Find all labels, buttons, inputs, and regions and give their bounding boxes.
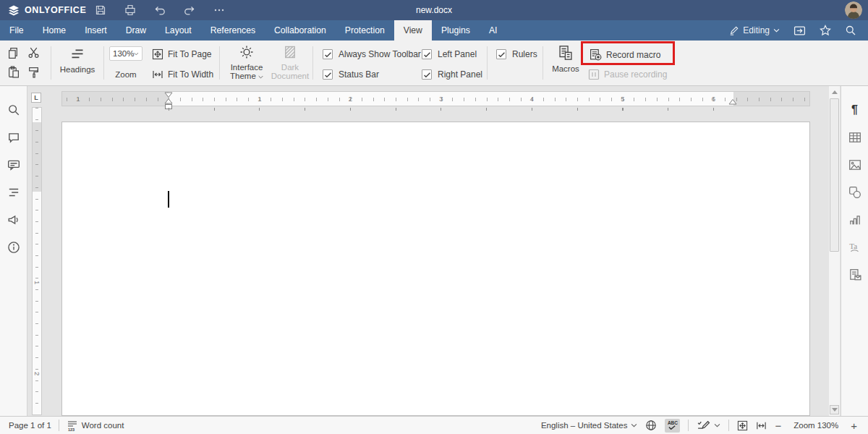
track-changes-button[interactable] <box>697 420 720 432</box>
always-show-toolbar-checkbox[interactable]: Always Show Toolbar <box>323 49 421 59</box>
copy-style-icon[interactable] <box>27 66 40 78</box>
tab-collaboration[interactable]: Collaboration <box>265 20 336 41</box>
save-icon[interactable] <box>95 4 106 16</box>
fit-to-width-button[interactable]: Fit To Width <box>152 69 213 80</box>
brand-name: ONLYOFFICE <box>25 5 86 15</box>
undo-icon[interactable] <box>154 4 166 16</box>
tab-draw[interactable]: Draw <box>116 20 156 41</box>
print-icon[interactable] <box>124 4 136 16</box>
more-actions-icon[interactable] <box>213 4 225 16</box>
copy-icon[interactable] <box>7 47 20 59</box>
view-tab-toolbar: Headings 130% Zoom Fit To Page Fit To <box>0 41 868 86</box>
fit-to-page-button[interactable]: Fit To Page <box>152 48 211 60</box>
pause-recording-button[interactable]: Pause recording <box>588 69 667 80</box>
editing-mode-dropdown[interactable]: Editing <box>729 25 780 35</box>
scrollbar-thumb[interactable] <box>830 98 839 252</box>
layers-logo-icon <box>7 5 20 16</box>
shape-settings-icon[interactable] <box>848 186 861 199</box>
set-language-globe-icon[interactable] <box>645 420 657 431</box>
horizontal-ruler: 1123456 <box>61 91 810 106</box>
tab-ai[interactable]: AI <box>480 20 507 41</box>
headings-button[interactable]: Headings <box>56 47 99 74</box>
tab-plugins[interactable]: Plugins <box>432 20 480 41</box>
macros-label: Macros <box>552 64 579 73</box>
tab-references[interactable]: References <box>201 20 265 41</box>
dark-document-label-1: Dark <box>281 63 299 72</box>
favorite-star-icon[interactable] <box>820 25 831 36</box>
status-bar-checkbox[interactable]: Status Bar <box>323 69 379 80</box>
track-changes-icon <box>697 420 710 432</box>
toolbar-divider <box>51 46 51 80</box>
status-divider <box>728 420 729 431</box>
chevron-down-icon <box>631 423 637 427</box>
zoom-out-button[interactable]: − <box>775 420 781 431</box>
pause-icon <box>588 69 600 80</box>
left-panel-label: Left Panel <box>438 49 477 59</box>
fit-to-page-button[interactable] <box>737 420 748 431</box>
tab-insert[interactable]: Insert <box>75 20 116 41</box>
first-line-indent-marker[interactable] <box>164 92 173 98</box>
toolbar-divider <box>542 46 543 80</box>
paragraph-settings-icon[interactable]: ¶ <box>848 103 861 116</box>
spell-check-toggle[interactable]: ABC <box>665 419 680 433</box>
chart-settings-icon[interactable] <box>848 213 861 226</box>
macros-button[interactable]: Macros <box>549 45 582 73</box>
tab-home[interactable]: Home <box>33 20 76 41</box>
checkbox-checked-icon <box>323 49 333 59</box>
left-panel-checkbox[interactable]: Left Panel <box>422 49 477 59</box>
word-count-button[interactable]: 123 Word count <box>67 420 124 431</box>
ruler-tab-selector[interactable]: L <box>31 93 41 103</box>
page-indicator[interactable]: Page 1 of 1 <box>9 421 51 430</box>
interface-theme-button[interactable]: Interface Theme <box>226 45 268 80</box>
rulers-label: Rulers <box>512 49 537 59</box>
about-info-icon[interactable] <box>7 241 20 254</box>
zoom-level-label[interactable]: Zoom 130% <box>793 421 838 430</box>
record-macro-button[interactable]: Record macro <box>590 48 660 61</box>
status-bar-right: English – United States ABC <box>541 417 868 434</box>
user-avatar[interactable] <box>845 1 862 19</box>
left-sidebar <box>0 86 27 416</box>
hanging-indent-marker[interactable] <box>164 98 173 104</box>
default-tab-stops <box>169 108 733 111</box>
chat-icon[interactable] <box>7 158 20 171</box>
search-icon[interactable] <box>845 25 856 36</box>
redo-icon[interactable] <box>184 4 195 16</box>
right-indent-marker[interactable] <box>728 99 737 105</box>
cut-icon[interactable] <box>27 46 40 59</box>
scroll-up-button[interactable] <box>830 88 839 97</box>
headings-icon <box>70 47 85 61</box>
navigation-headings-icon[interactable] <box>7 186 20 199</box>
image-settings-icon[interactable] <box>848 158 861 171</box>
tab-view[interactable]: View <box>394 20 432 41</box>
right-panel-checkbox[interactable]: Right Panel <box>422 69 482 80</box>
checkbox-checked-icon <box>422 69 432 80</box>
tab-layout[interactable]: Layout <box>156 20 201 41</box>
table-settings-icon[interactable] <box>848 131 861 144</box>
zoom-in-button[interactable]: + <box>851 420 857 431</box>
tab-protection[interactable]: Protection <box>336 20 394 41</box>
tab-file[interactable]: File <box>0 20 33 41</box>
headings-label: Headings <box>60 65 95 74</box>
ruler-number: 1 <box>32 278 42 287</box>
language-selector[interactable]: English – United States <box>541 421 638 430</box>
toolbar-divider <box>312 46 313 80</box>
document-page[interactable] <box>61 122 810 416</box>
mail-merge-settings-icon[interactable] <box>848 268 861 281</box>
interface-theme-label-2: Theme <box>230 72 256 80</box>
scroll-down-button[interactable] <box>830 405 839 414</box>
rulers-checkbox[interactable]: Rulers <box>496 49 537 59</box>
comments-icon[interactable] <box>7 131 20 144</box>
pencil-icon <box>729 25 739 35</box>
dark-document-button[interactable]: Dark Document <box>269 45 311 80</box>
text-art-settings-icon[interactable]: Ta <box>848 241 861 254</box>
tabbar-right-controls: Editing <box>729 20 868 41</box>
open-file-location-icon[interactable] <box>793 25 806 37</box>
ribbon-tab-bar: File Home Insert Draw Layout References … <box>0 20 868 41</box>
zoom-value-dropdown[interactable]: 130% <box>109 46 142 61</box>
paste-icon[interactable] <box>7 66 20 78</box>
fit-to-width-button[interactable] <box>756 420 767 431</box>
vertical-scrollbar[interactable] <box>829 86 840 416</box>
search-icon[interactable] <box>7 103 20 116</box>
feedback-icon[interactable] <box>7 213 20 226</box>
toolbar-divider <box>103 46 104 80</box>
